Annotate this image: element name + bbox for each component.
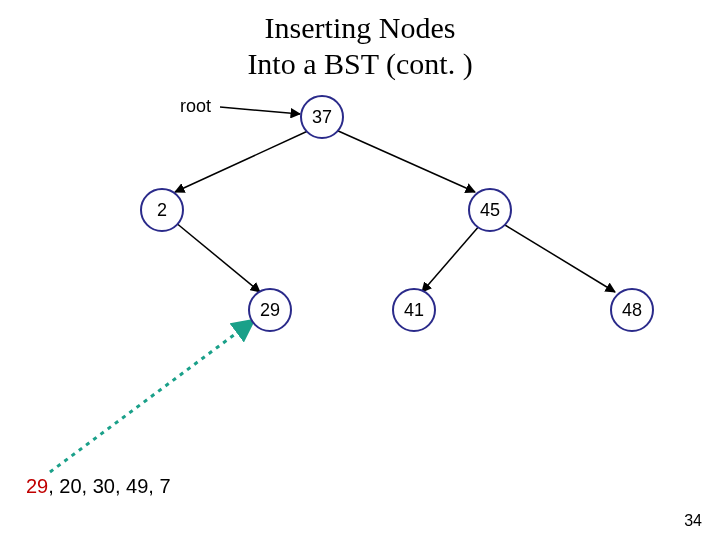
edge-root-37 bbox=[220, 107, 300, 114]
edge-45-41 bbox=[422, 225, 480, 292]
edge-2-29 bbox=[175, 222, 260, 292]
edge-37-45 bbox=[336, 130, 475, 192]
sequence-highlight: 29 bbox=[26, 475, 48, 497]
root-label: root bbox=[180, 96, 211, 117]
node-37: 37 bbox=[300, 95, 344, 139]
node-45-value: 45 bbox=[480, 200, 500, 221]
highlight-arrow bbox=[50, 320, 254, 472]
node-29-value: 29 bbox=[260, 300, 280, 321]
slide-title: Inserting Nodes Into a BST (cont. ) bbox=[0, 0, 720, 82]
node-41-value: 41 bbox=[404, 300, 424, 321]
title-line-1: Inserting Nodes bbox=[265, 11, 456, 44]
node-41: 41 bbox=[392, 288, 436, 332]
insertion-sequence: 29, 20, 30, 49, 7 bbox=[26, 475, 171, 498]
node-45: 45 bbox=[468, 188, 512, 232]
edge-45-48 bbox=[505, 225, 615, 292]
node-2-value: 2 bbox=[157, 200, 167, 221]
page-number: 34 bbox=[684, 512, 702, 530]
node-48-value: 48 bbox=[622, 300, 642, 321]
edge-37-2 bbox=[175, 130, 310, 192]
title-line-2: Into a BST (cont. ) bbox=[247, 47, 472, 80]
node-48: 48 bbox=[610, 288, 654, 332]
node-2: 2 bbox=[140, 188, 184, 232]
node-29: 29 bbox=[248, 288, 292, 332]
sequence-rest: , 20, 30, 49, 7 bbox=[48, 475, 170, 497]
node-37-value: 37 bbox=[312, 107, 332, 128]
